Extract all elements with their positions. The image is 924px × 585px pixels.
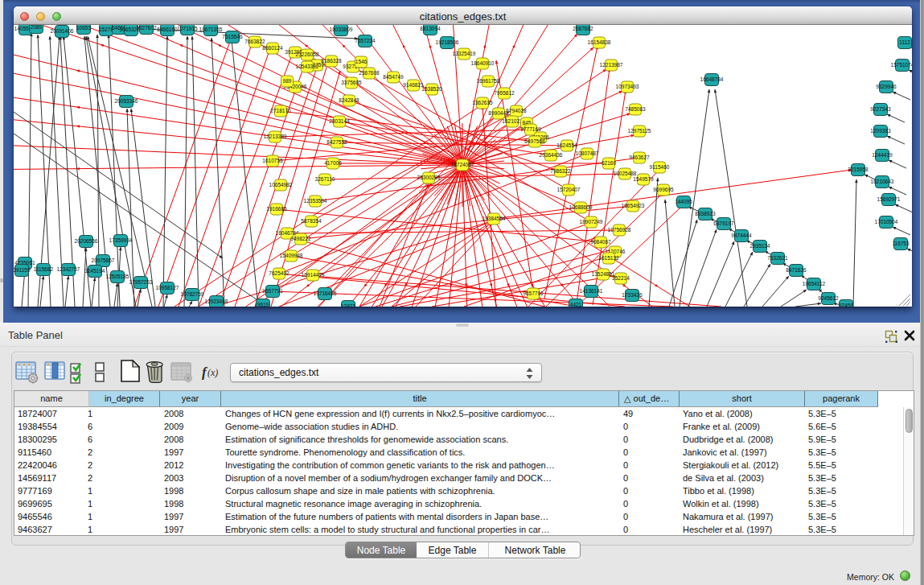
svg-text:1733426: 1733426 [622,292,643,298]
svg-text:417006: 417006 [324,160,342,166]
svg-text:116753: 116753 [892,241,910,246]
svg-text:9619: 9619 [257,302,269,307]
svg-text:13716485: 13716485 [314,290,337,296]
svg-text:1244419: 1244419 [872,152,893,158]
svg-text:12353594: 12353594 [304,198,327,204]
svg-text:9227343: 9227343 [870,106,891,112]
svg-text:25300295: 25300295 [417,175,441,180]
svg-text:4421: 4421 [570,302,582,307]
svg-text:9115460: 9115460 [650,164,670,170]
svg-text:3267110: 3267110 [315,176,335,182]
svg-text:92456: 92456 [839,303,853,307]
svg-text:2718170: 2718170 [270,108,291,113]
svg-text:10671355: 10671355 [199,27,223,32]
svg-text:16914479: 16914479 [302,272,325,278]
svg-text:1615132: 1615132 [598,255,619,261]
svg-text:1071915: 1071915 [177,26,198,31]
svg-text:17010504: 17010504 [875,219,898,225]
svg-text:20975867: 20975867 [92,257,115,263]
svg-text:12213389: 12213389 [264,134,287,139]
svg-text:10807487: 10807487 [576,150,599,156]
svg-text:252214: 252214 [612,275,630,281]
svg-text:7632621: 7632621 [767,255,788,261]
svg-text:16210643: 16210643 [871,179,894,184]
svg-text:9657791: 9657791 [262,288,283,294]
svg-text:12505185: 12505185 [106,274,129,279]
svg-text:9657791: 9657791 [523,290,544,296]
svg-text:10756928: 10756928 [608,227,631,233]
svg-text:23226058: 23226058 [296,51,319,57]
svg-text:1527602: 1527602 [136,25,157,31]
svg-text:19384554: 19384554 [483,216,506,221]
svg-text:9329946: 9329946 [876,84,897,89]
svg-text:9699695: 9699695 [653,187,674,192]
svg-text:1549579: 1549579 [633,176,654,182]
svg-text:19218506: 19218506 [436,39,459,45]
svg-text:2803144: 2803144 [329,118,350,124]
svg-text:10543392: 10543392 [296,64,319,69]
svg-text:9084067: 9084067 [590,239,611,245]
svg-text:3215958: 3215958 [848,167,869,172]
svg-text:1546: 1546 [355,59,368,64]
svg-text:1610755: 1610755 [262,158,283,163]
svg-text:10973493: 10973493 [616,84,639,89]
svg-text:2935114: 2935114 [750,243,770,249]
svg-text:62160: 62160 [602,160,616,166]
svg-text:17359934: 17359934 [109,237,133,243]
svg-text:1362635: 1362635 [472,100,493,105]
svg-text:7515546: 7515546 [222,34,243,39]
svg-text:2089: 2089 [31,25,43,30]
svg-text:15720407: 15720407 [557,187,581,192]
svg-text:1538520: 1538520 [421,86,442,92]
svg-text:(x): (x) [207,367,218,378]
svg-text:16648784: 16648784 [700,76,724,82]
svg-text:10958127: 10958127 [156,285,179,290]
svg-text:1145194: 1145194 [85,268,105,274]
svg-text:18640910: 18640910 [471,60,495,66]
svg-text:18724007: 18724007 [451,162,474,167]
svg-text:10654112: 10654112 [803,281,826,286]
svg-text:10688609: 10688609 [569,204,593,210]
svg-text:8454749: 8454749 [383,74,404,80]
svg-text:12923: 12923 [341,303,355,307]
svg-text:20091406: 20091406 [51,28,74,34]
svg-text:144095: 144095 [675,199,692,204]
svg-text:7625402: 7625402 [269,270,290,276]
svg-text:9777169: 9777169 [520,126,541,132]
svg-text:15692971: 15692971 [877,196,901,202]
svg-text:7663822: 7663822 [244,39,265,44]
svg-text:6497568: 6497568 [524,138,545,144]
svg-text:1209383: 1209383 [870,128,891,134]
svg-text:19654923: 19654923 [622,203,645,208]
svg-text:12213987: 12213987 [600,62,623,68]
svg-text:16154838: 16154838 [588,39,611,45]
svg-text:12923448: 12923448 [205,299,228,304]
svg-text:14136141: 14136141 [580,288,603,294]
svg-text:9245612: 9245612 [818,295,839,301]
svg-text:15409948: 15409948 [280,253,303,258]
svg-text:2687682: 2687682 [573,26,593,31]
svg-text:8660124: 8660124 [262,45,283,51]
svg-text:9474444: 9474444 [731,233,752,238]
svg-text:2367608: 2367608 [359,70,380,76]
svg-text:7986322: 7986322 [550,168,571,174]
svg-text:16961758: 16961758 [477,78,500,84]
svg-text:5878354: 5878354 [301,218,322,224]
svg-text:1115682: 1115682 [34,266,54,272]
svg-text:9498222: 9498222 [290,236,311,241]
svg-text:6879197: 6879197 [713,220,734,226]
svg-text:391159: 391159 [14,267,31,273]
svg-text:1112: 1112 [899,39,910,45]
svg-text:6794028: 6794028 [506,108,527,113]
svg-text:12975125: 12975125 [628,128,651,134]
svg-text:12342757: 12342757 [57,266,80,272]
svg-text:8427552: 8427552 [326,139,347,145]
svg-text:13325419: 13325419 [453,51,476,56]
svg-text:7955812: 7955812 [494,90,515,96]
svg-text:8813094: 8813094 [420,26,441,31]
svg-text:989: 989 [283,78,292,84]
svg-text:10654982: 10654982 [269,182,293,187]
svg-text:9146821: 9146821 [403,82,424,88]
svg-text:8471626: 8471626 [786,267,807,273]
svg-text:1621022: 1621022 [502,118,523,124]
